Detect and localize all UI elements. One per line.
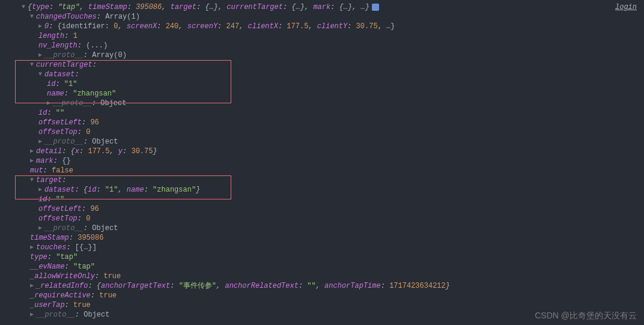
collapse-arrow-icon[interactable] (38, 185, 44, 195)
expand-arrow-icon[interactable] (38, 70, 44, 79)
prop-dataset-name: name: "zhangsan" (5, 89, 639, 99)
prop-related-info[interactable]: _relatedInfo: {anchorTargetText: "事件传参",… (5, 281, 639, 291)
prop-proto[interactable]: __proto__: Object (5, 99, 639, 108)
collapse-arrow-icon[interactable] (30, 156, 36, 166)
prop-target-id: id: "" (5, 195, 639, 204)
collapse-arrow-icon[interactable] (38, 137, 44, 147)
prop-offset-top: offsetTop: 0 (5, 127, 639, 137)
collapse-arrow-icon[interactable] (30, 310, 36, 320)
prop-target-offset-left: offsetLeft: 96 (5, 204, 639, 214)
login-link[interactable]: login (615, 2, 637, 12)
prop-id: id: "" (5, 108, 639, 118)
prop-target-offset-top: offsetTop: 0 (5, 214, 639, 223)
watermark: CSDN @比奇堡的天没有云 (535, 311, 637, 320)
prop-current-target[interactable]: currentTarget: (5, 60, 639, 70)
prop-detail[interactable]: detail: {x: 177.5, y: 30.75} (5, 147, 639, 156)
prop-mut: mut: false (5, 166, 639, 175)
prop-dataset[interactable]: dataset: (5, 70, 639, 79)
prop-type: type: "tap" (5, 252, 639, 262)
prop-length: length: 1 (5, 31, 639, 41)
expand-arrow-icon[interactable] (30, 175, 36, 185)
collapse-arrow-icon[interactable] (30, 243, 36, 252)
eval-badge-icon[interactable] (372, 4, 379, 11)
prop-dataset-id: id: "1" (5, 79, 639, 89)
prop-changed-touches[interactable]: changedTouches: Array(1) (5, 12, 639, 22)
prop-changed-touches-0[interactable]: 0: {identifier: 0, screenX: 240, screenY… (5, 22, 639, 31)
collapse-arrow-icon[interactable] (38, 223, 44, 233)
prop-target[interactable]: target: (5, 175, 639, 185)
prop-mark[interactable]: mark: {} (5, 156, 639, 166)
prop-user-tap: _userTap: true (5, 300, 639, 310)
prop-nv-length[interactable]: nv_length: (...) (5, 41, 639, 50)
expand-arrow-icon[interactable] (30, 60, 36, 70)
prop-offset-left: offsetLeft: 96 (5, 118, 639, 127)
collapse-arrow-icon[interactable] (47, 99, 53, 108)
prop-target-dataset[interactable]: dataset: {id: "1", name: "zhangsan"} (5, 185, 639, 195)
prop-proto[interactable]: __proto__: Object (5, 223, 639, 233)
prop-touches[interactable]: touches: [{…}] (5, 243, 639, 252)
expand-arrow-icon[interactable] (22, 2, 28, 12)
prop-proto[interactable]: __proto__: Array(0) (5, 50, 639, 60)
expand-arrow-icon[interactable] (30, 12, 36, 22)
prop-allow-write-only: _allowWriteOnly: true (5, 272, 639, 281)
collapse-arrow-icon[interactable] (30, 147, 36, 156)
prop-proto[interactable]: __proto__: Object (5, 137, 639, 147)
prop-ev-name: __evName: "tap" (5, 262, 639, 272)
collapse-arrow-icon[interactable] (30, 281, 36, 291)
prop-timestamp: timeStamp: 395086 (5, 233, 639, 243)
collapse-arrow-icon[interactable] (38, 50, 44, 60)
prop-require-active: _requireActive: true (5, 291, 639, 300)
collapse-arrow-icon[interactable] (38, 22, 44, 31)
object-root[interactable]: {type: "tap", timeStamp: 395086, target:… (5, 2, 639, 12)
